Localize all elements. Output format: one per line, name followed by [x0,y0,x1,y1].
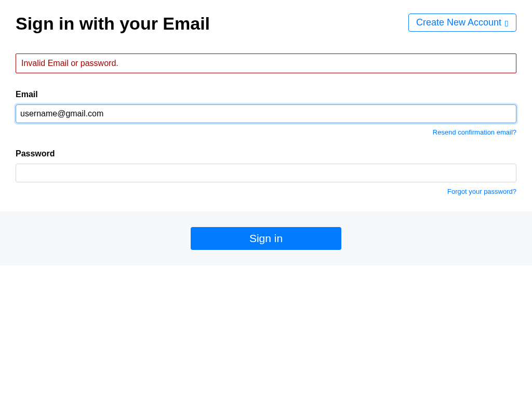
chevron-right-icon: ▯ [504,19,509,27]
resend-confirmation-link[interactable]: Resend confirmation email? [433,128,516,136]
page-title: Sign in with your Email [16,14,210,34]
create-account-label: Create New Account [416,17,501,28]
error-alert: Invalid Email or password. [16,54,516,73]
email-field[interactable] [16,104,516,123]
forgot-password-link[interactable]: Forgot your password? [447,188,516,195]
password-field[interactable] [16,164,516,182]
signin-button[interactable]: Sign in [191,227,341,250]
password-label: Password [16,149,516,158]
email-label: Email [16,90,516,99]
create-account-button[interactable]: Create New Account ▯ [408,14,516,32]
footer-bar: Sign in [0,211,532,265]
